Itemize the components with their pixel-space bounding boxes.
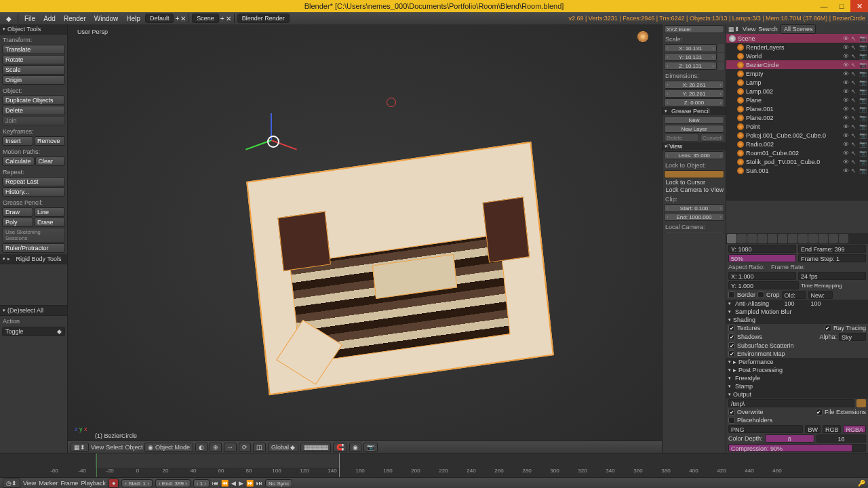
frame-step-field[interactable]: Frame Step: 1 (798, 254, 866, 262)
eye-icon[interactable]: 👁 (843, 79, 850, 86)
close-button[interactable]: ✕ (850, 0, 868, 12)
gp-convert-button[interactable]: Convert (700, 134, 724, 142)
play-icon[interactable]: ▶ (239, 480, 243, 487)
render-engine-select[interactable]: Blender Render (237, 14, 290, 23)
jump-end-icon[interactable]: ⏭ (256, 480, 262, 487)
outliner-item[interactable]: BezierCircle👁↖📷 (726, 60, 868, 69)
cursor-icon[interactable]: ↖ (851, 35, 858, 42)
cursor-icon[interactable]: ↖ (851, 141, 858, 148)
scale-y-field[interactable]: ‹Y: 10.131› (664, 53, 717, 61)
compression-slider[interactable]: Compression: 90% (728, 444, 866, 452)
insert-key-button[interactable]: Insert (2, 136, 33, 146)
action-combo[interactable]: Toggle◆ (2, 327, 65, 336)
object-tab-icon[interactable] (768, 234, 777, 243)
scale-x-field[interactable]: ‹X: 10.131› (664, 44, 717, 52)
keying-set-icon[interactable]: 🔑 (858, 480, 865, 487)
envmap-checkbox[interactable] (728, 350, 735, 357)
duplicate-button[interactable]: Duplicate Objects (2, 96, 65, 105)
outliner-item[interactable]: Radio.002👁↖📷 (726, 140, 868, 148)
physics-tab-icon[interactable] (839, 234, 848, 243)
camera-icon[interactable]: 📷 (859, 35, 866, 42)
camera-icon[interactable]: 📷 (859, 150, 866, 157)
camera-icon[interactable]: 📷 (859, 159, 866, 165)
history-button[interactable]: History... (2, 187, 65, 197)
camera-icon[interactable]: 📷 (859, 132, 866, 139)
constraints-tab-icon[interactable] (778, 234, 787, 243)
camera-icon[interactable]: 📷 (859, 88, 866, 95)
outliner-item[interactable]: World👁↖📷 (726, 52, 868, 60)
cursor-icon[interactable]: ↖ (851, 115, 858, 121)
delete-layout-button[interactable]: ✕ (180, 15, 186, 22)
end-frame-field[interactable]: End Frame: 399 (798, 245, 866, 253)
outliner-item[interactable]: Scene👁↖📷 (726, 34, 868, 43)
outliner-item[interactable]: Plane👁↖📷 (726, 96, 868, 104)
camera-icon[interactable]: 📷 (859, 79, 866, 86)
cursor-icon[interactable]: ↖ (851, 79, 858, 86)
gp-session-toggle[interactable]: Use Sketching Sessions (2, 228, 65, 243)
play-reverse-icon[interactable]: ◀ (231, 480, 236, 487)
grease-pencil-panel[interactable]: Grease Pencil (663, 107, 726, 115)
shadows-checkbox[interactable] (728, 333, 735, 340)
scene-tab-icon[interactable] (747, 234, 757, 243)
fileext-checkbox[interactable] (816, 409, 823, 415)
res-y-field[interactable]: Y: 1080 (728, 245, 796, 253)
3d-viewport[interactable]: User Persp z y x (1) BezierCircle (68, 24, 662, 453)
outliner-search-menu[interactable]: Search (758, 26, 778, 33)
outliner-item[interactable]: RenderLayers👁↖📷 (726, 43, 868, 52)
dim-y-field[interactable]: ‹Y: 20.261› (664, 89, 724, 98)
overwrite-checkbox[interactable] (728, 409, 735, 415)
outliner-item[interactable]: Point👁↖📷 (726, 122, 868, 131)
smb-panel[interactable]: Sampled Motion Blur (726, 308, 868, 316)
rigid-body-header[interactable]: ▸ Rigid Body Tools (0, 254, 67, 264)
gp-newlayer-button[interactable]: New Layer (664, 125, 724, 133)
menu-window[interactable]: Window (91, 15, 122, 22)
editor-type-icon[interactable]: ▦⬍ (728, 26, 740, 33)
join-button[interactable]: Join (2, 116, 65, 125)
outliner-view-menu[interactable]: View (743, 26, 755, 33)
lens-field[interactable]: ‹Lens: 35.000› (664, 151, 724, 159)
browse-folder-icon[interactable] (856, 399, 866, 407)
editor-type-icon[interactable]: ▦⬍ (71, 443, 89, 452)
eye-icon[interactable]: 👁 (843, 53, 850, 60)
viewport-shading-icon[interactable]: ◐ (195, 443, 208, 452)
tl-playback-menu[interactable]: Playback (81, 480, 106, 487)
manipulator-translate-icon[interactable]: ↔ (224, 443, 237, 452)
gp-draw-button[interactable]: Draw (2, 207, 33, 217)
add-layout-button[interactable]: + (175, 15, 179, 22)
maximize-button[interactable]: □ (833, 0, 850, 12)
object-tools-header[interactable]: Object Tools (0, 24, 67, 35)
tl-frame-menu[interactable]: Frame (60, 480, 78, 487)
placeholders-checkbox[interactable] (728, 417, 735, 424)
tl-marker-menu[interactable]: Marker (39, 480, 58, 487)
prev-key-icon[interactable]: ⏪ (221, 480, 229, 487)
gp-delete-frame-button[interactable]: Delete Frame (664, 134, 699, 142)
cursor-icon[interactable]: ↖ (851, 88, 858, 95)
cursor-icon[interactable]: ↖ (851, 150, 858, 157)
proportional-icon[interactable]: ◉ (349, 443, 361, 452)
view-menu[interactable]: View (91, 444, 104, 451)
perf-panel[interactable]: ▸ Performance (726, 358, 868, 366)
eye-icon[interactable]: 👁 (843, 159, 850, 165)
raytrace-checkbox[interactable] (825, 325, 831, 331)
manipulator-rotate-icon[interactable]: ⟳ (239, 443, 251, 452)
alpha-select[interactable]: Sky (839, 333, 866, 341)
clip-end-field[interactable]: ‹End: 1000.000› (664, 213, 724, 221)
cursor-icon[interactable]: ↖ (851, 132, 858, 139)
outliner-item[interactable]: Pokoj.001_Cube.002_Cube.0👁↖📷 (726, 131, 868, 140)
bw-button[interactable]: BW (805, 425, 821, 433)
outliner-item[interactable]: Plane.001👁↖📷 (726, 104, 868, 113)
opengl-render-icon[interactable]: 📷 (363, 443, 378, 452)
camera-icon[interactable]: 📷 (859, 70, 866, 77)
camera-icon[interactable]: 📷 (859, 141, 866, 148)
gp-poly-button[interactable]: Poly (2, 218, 33, 227)
blender-icon[interactable]: ◆ (3, 15, 15, 22)
menu-file[interactable]: File (21, 15, 39, 22)
eye-icon[interactable]: 👁 (843, 167, 850, 174)
eye-icon[interactable]: 👁 (843, 44, 850, 51)
gp-line-button[interactable]: Line (34, 207, 65, 217)
eye-icon[interactable]: 👁 (843, 70, 850, 77)
sss-checkbox[interactable] (728, 342, 735, 349)
eye-icon[interactable]: 👁 (843, 123, 850, 130)
camera-icon[interactable]: 📷 (859, 44, 866, 51)
shading-panel-hd[interactable]: Shading (726, 316, 868, 324)
